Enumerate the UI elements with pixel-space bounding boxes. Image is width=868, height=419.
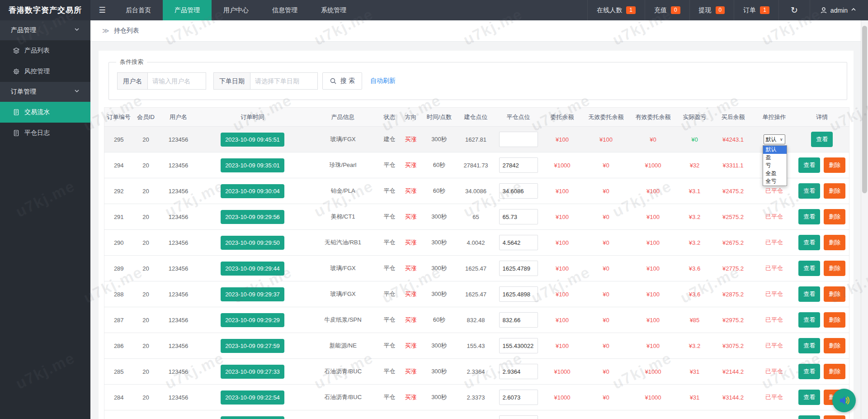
order-id-cell-value: 290 [114,239,124,246]
order-time-cell: 2023-10-09 09:29:29 [198,307,307,333]
admin-user-menu[interactable]: admin [810,0,868,20]
close-point-input[interactable] [499,286,538,302]
dropdown-option-2[interactable]: 盈 [763,154,787,162]
auto-refresh-link[interactable]: 自动刷新 [370,77,396,85]
dropdown-option-3[interactable]: 亏 [763,162,787,170]
view-button[interactable]: 查看 [798,157,820,173]
delete-button[interactable]: 删除 [824,261,845,276]
direction-cell: 买涨 [400,385,422,410]
status-cell-value: 平仓 [384,239,396,246]
top-stat-4[interactable]: 订单1 [734,0,778,20]
order-date-filter-input[interactable] [250,72,318,90]
single-control-select[interactable]: 默认∨ [764,134,785,144]
nav-item-2[interactable]: 产品管理 [163,0,212,20]
view-button[interactable]: 查看 [798,209,820,224]
close-point-input[interactable] [499,390,538,405]
close-point-input[interactable] [499,183,538,199]
view-button[interactable]: 查看 [798,261,820,276]
product-cell: 美棉/CT1 [307,204,379,230]
control-cell: 已平仓 [754,359,795,385]
status-cell: 平仓 [379,178,400,204]
username-filter-input[interactable] [147,72,206,90]
positions-table: 订单编号会员ID用户名订单时间产品信息状态方向时间/点数建仓点位平仓点位委托余额… [104,107,849,419]
entrust-balance-cell-value: ¥100 [556,265,569,272]
view-button[interactable]: 查看 [798,338,820,353]
nav-item-5[interactable]: 系统管理 [309,0,358,20]
direction-cell: 买涨 [400,178,422,204]
username-cell: 123456 [159,256,198,281]
order-time-button[interactable]: 2023-10-09 09:22:54 [221,390,284,405]
hamburger-menu-icon[interactable]: ☰ [90,0,114,20]
delete-button[interactable]: 删除 [824,338,845,353]
sound-notification-button[interactable] [832,389,856,412]
sidebar-item-2-2[interactable]: 平仓日志 [0,123,90,143]
refresh-button[interactable]: ↻ [778,0,810,20]
delete-button[interactable]: 删除 [824,286,845,302]
nav-item-4[interactable]: 信息管理 [260,0,309,20]
sidebar-item-1-1[interactable]: 产品列表 [0,40,90,61]
gear-icon [13,68,20,75]
top-stat-1[interactable]: 在线人数1 [587,0,645,20]
close-point-input[interactable] [499,157,538,173]
view-button[interactable]: 查看 [798,390,820,405]
sidebar-item-label: 交易流水 [24,108,50,116]
delete-button[interactable]: 删除 [824,209,845,224]
product-cell-value: 玻璃/FGX [330,265,355,271]
scrollbar-thumb[interactable] [862,26,867,193]
sidebar-group-2[interactable]: 订单管理 [0,82,90,102]
search-button[interactable]: 搜 索 [322,72,362,90]
close-point-input[interactable] [499,209,538,224]
close-point-cell [495,385,542,410]
profit-value: ¥3.2 [689,214,700,220]
order-time-button[interactable]: 2023-10-09 09:29:37 [221,287,284,301]
top-stat-3[interactable]: 提现0 [689,0,734,20]
order-time-button[interactable]: 2023-10-09 09:27:59 [221,339,284,353]
nav-item-3[interactable]: 用户中心 [212,0,260,20]
view-button[interactable]: 查看 [798,415,820,419]
order-time-button[interactable]: 2023-10-09 09:29:50 [221,236,284,250]
view-button[interactable]: 查看 [798,183,820,199]
nav-item-1[interactable]: 后台首页 [114,0,163,20]
profit-cell: ¥0 [677,127,713,152]
closed-position-label: 已平仓 [765,239,783,246]
close-point-input[interactable] [499,338,538,353]
delete-button[interactable]: 删除 [824,183,845,199]
sidebar-item-1-2[interactable]: 风控管理 [0,61,90,82]
delete-button[interactable]: 删除 [824,312,845,328]
after-balance-cell: ¥2144.2 [713,359,754,385]
view-button[interactable]: 查看 [798,286,820,302]
order-time-button[interactable]: 2023-10-09 09:27:33 [221,365,284,379]
page-scrollbar[interactable] [861,20,868,419]
order-time-button[interactable]: 2023-10-09 09:45:51 [221,133,284,147]
delete-button[interactable]: 删除 [824,235,845,250]
top-stat-2[interactable]: 充值0 [645,0,689,20]
order-time-button[interactable]: 2023-10-09 09:29:44 [221,262,284,276]
view-button[interactable]: 查看 [798,312,820,328]
order-time-button[interactable]: 2023-10-09 09:30:04 [221,184,284,198]
close-point-input[interactable] [499,132,538,147]
view-button[interactable]: 查看 [798,235,820,250]
close-point-input[interactable] [499,235,538,250]
dropdown-option-5[interactable]: 全亏 [763,177,787,186]
view-button[interactable]: 查看 [798,364,820,379]
sidebar-group-1[interactable]: 产品管理 [0,20,90,40]
order-time-button[interactable]: 2023-10-09 09:21:20 [221,416,284,419]
sidebar-item-2-1[interactable]: 交易流水 [0,102,90,123]
order-time-button[interactable]: 2023-10-09 09:29:29 [221,313,284,327]
order-time-button[interactable]: 2023-10-09 09:35:01 [221,158,284,172]
dropdown-option-1[interactable]: 默认 [763,146,787,154]
delete-button[interactable]: 删除 [824,415,845,419]
document-icon [13,129,20,137]
open-point-cell: 2.3364 [457,359,495,385]
close-point-input[interactable] [499,415,538,419]
top-stat-badge: 1 [626,6,636,14]
view-button[interactable]: 查看 [811,132,833,147]
close-point-input[interactable] [499,261,538,276]
order-time-button[interactable]: 2023-10-09 09:29:56 [221,210,284,224]
dropdown-option-4[interactable]: 全盈 [763,170,787,178]
delete-button[interactable]: 删除 [824,157,845,173]
entrust-balance-cell-value: ¥100 [556,343,569,349]
close-point-input[interactable] [499,364,538,379]
delete-button[interactable]: 删除 [824,364,845,379]
close-point-input[interactable] [499,312,538,328]
